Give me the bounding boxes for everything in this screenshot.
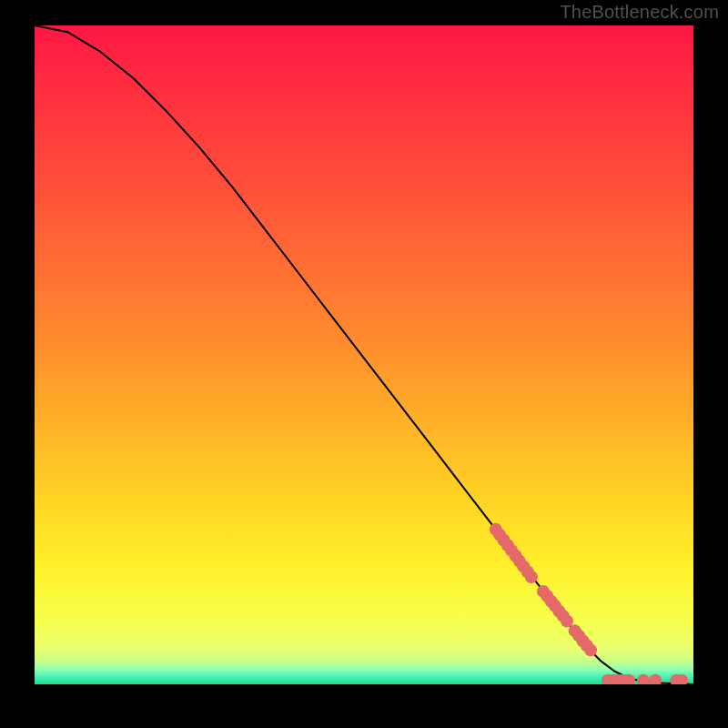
scatter-point [649, 674, 662, 684]
plot-area [35, 25, 693, 684]
scatter-point [561, 614, 573, 627]
watermark-label: TheBottleneck.com [560, 2, 719, 23]
scatter-point [637, 674, 650, 684]
scatter-point [584, 643, 597, 656]
scatter-layer [35, 25, 693, 684]
chart-stage: TheBottleneck.com [0, 0, 728, 728]
scatter-point [525, 571, 538, 583]
